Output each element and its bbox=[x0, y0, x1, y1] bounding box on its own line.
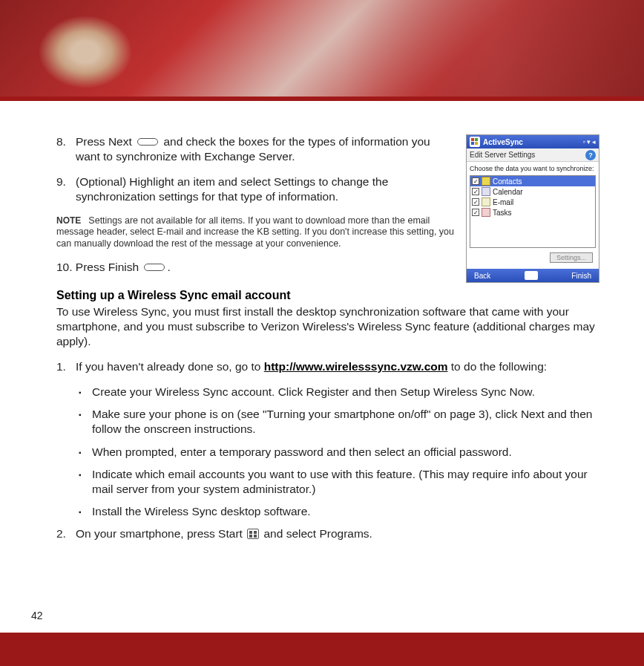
step-number: 9. bbox=[56, 174, 76, 204]
bullet-icon: ▪ bbox=[79, 407, 92, 437]
step-text-before: Press Next bbox=[76, 135, 135, 148]
step-text: (Optional) Highlight an item and select … bbox=[76, 174, 455, 204]
sync-item-tasks: ✓ Tasks bbox=[470, 207, 595, 218]
sync-item-label: Calendar bbox=[493, 188, 523, 196]
screenshot-softkey-bar: Back Finish bbox=[467, 269, 599, 282]
header-photo bbox=[0, 0, 644, 97]
softkey-icon bbox=[137, 138, 158, 146]
section-heading: Setting up a Wireless Sync email account bbox=[56, 289, 599, 302]
activesync-screenshot: ActiveSync ▫ ▾ ◂ Edit Server Settings ? … bbox=[466, 134, 599, 283]
note-label: NOTE bbox=[56, 215, 81, 226]
svg-rect-2 bbox=[471, 142, 474, 145]
bullet-item: ▪Indicate which email accounts you want … bbox=[79, 467, 599, 497]
bullet-item: ▪Install the Wireless Sync desktop softw… bbox=[79, 504, 599, 519]
sync-item-email: ✓ E-mail bbox=[470, 197, 595, 207]
help-icon: ? bbox=[585, 150, 596, 160]
step-text-before: On your smartphone, press Start bbox=[76, 527, 246, 540]
sync-item-calendar: ✓ Calendar bbox=[470, 186, 595, 197]
step-2: 2. On your smartphone, press Start and s… bbox=[56, 526, 599, 541]
signal-icon: ▾ bbox=[587, 138, 591, 146]
note-text: Settings are not available for all items… bbox=[56, 215, 454, 249]
softkey-icon bbox=[144, 264, 165, 271]
settings-button: Settings... bbox=[550, 252, 593, 263]
sync-item-label: Contacts bbox=[493, 177, 522, 186]
bullet-item: ▪Create your Wireless Sync account. Clic… bbox=[79, 385, 599, 399]
bullet-text: Indicate which email accounts you want t… bbox=[92, 467, 599, 497]
battery-icon: ▫ bbox=[583, 138, 585, 146]
step-number: 8. bbox=[56, 134, 76, 164]
section-paragraph: To use Wireless Sync, you must first ins… bbox=[56, 304, 599, 349]
step-text-before: If you haven't already done so, go to bbox=[76, 360, 264, 373]
footer-bar bbox=[0, 636, 644, 666]
bullet-icon: ▪ bbox=[79, 467, 92, 497]
step-number: 1. bbox=[56, 359, 76, 374]
checkbox-icon: ✓ bbox=[472, 188, 479, 195]
bullet-item: ▪When prompted, enter a temporary passwo… bbox=[79, 445, 599, 460]
contacts-icon bbox=[482, 177, 490, 186]
checkbox-icon: ✓ bbox=[472, 198, 479, 206]
step-1: 1. If you haven't already done so, go to… bbox=[56, 359, 599, 374]
page-number: 42 bbox=[31, 610, 43, 621]
svg-rect-0 bbox=[471, 138, 474, 141]
bullet-icon: ▪ bbox=[79, 504, 92, 519]
checkbox-icon: ✓ bbox=[472, 209, 479, 216]
svg-rect-3 bbox=[475, 142, 478, 145]
network-icon: ◂ bbox=[592, 138, 596, 146]
screenshot-instruction: Choose the data you want to synchronize: bbox=[470, 165, 596, 172]
status-icons: ▫ ▾ ◂ bbox=[583, 138, 596, 146]
windows-flag-icon bbox=[470, 137, 480, 147]
tasks-icon bbox=[482, 208, 490, 217]
screenshot-subtitle: Edit Server Settings bbox=[470, 151, 535, 159]
step-text-after: . bbox=[167, 261, 170, 273]
calendar-icon bbox=[482, 187, 490, 196]
sync-item-contacts: ✓ Contacts bbox=[470, 176, 595, 186]
bullet-item: ▪Make sure your phone is on (see "Turnin… bbox=[79, 407, 599, 437]
checkbox-icon: ✓ bbox=[472, 177, 479, 185]
step-text-after: and select Programs. bbox=[260, 527, 372, 540]
email-icon bbox=[482, 197, 490, 206]
sync-item-label: Tasks bbox=[493, 209, 512, 217]
bullet-text: Install the Wireless Sync desktop softwa… bbox=[92, 504, 599, 519]
screenshot-title: ActiveSync bbox=[483, 138, 583, 146]
svg-rect-1 bbox=[475, 138, 478, 141]
bullet-icon: ▪ bbox=[79, 445, 92, 460]
sync-item-label: E-mail bbox=[493, 198, 513, 206]
sync-items-list: ✓ Contacts ✓ Calendar ✓ E-mail bbox=[470, 175, 596, 248]
start-icon bbox=[247, 529, 259, 539]
step-text-after: to do the following: bbox=[448, 360, 548, 373]
screenshot-subtitle-bar: Edit Server Settings ? bbox=[467, 148, 599, 162]
back-softkey: Back bbox=[474, 272, 490, 280]
bullet-text: Make sure your phone is on (see "Turning… bbox=[92, 407, 599, 437]
step-number: 2. bbox=[56, 526, 76, 541]
finish-softkey: Finish bbox=[571, 272, 591, 280]
step-text-before: 10. Press Finish bbox=[56, 261, 142, 273]
bullet-icon: ▪ bbox=[79, 385, 92, 399]
screenshot-titlebar: ActiveSync ▫ ▾ ◂ bbox=[467, 135, 599, 148]
wireless-sync-link[interactable]: http://www.wirelesssync.vzw.com bbox=[264, 360, 448, 373]
bullet-text: When prompted, enter a temporary passwor… bbox=[92, 445, 599, 460]
keyboard-icon bbox=[525, 271, 538, 280]
bullet-text: Create your Wireless Sync account. Click… bbox=[92, 385, 599, 399]
